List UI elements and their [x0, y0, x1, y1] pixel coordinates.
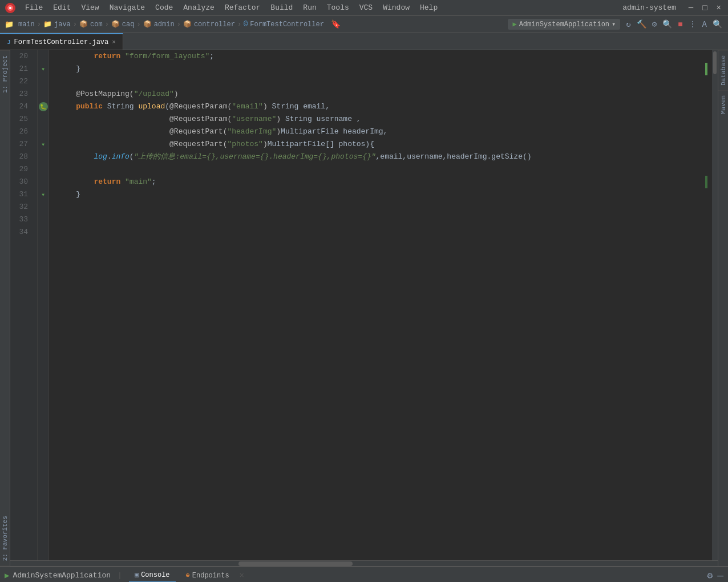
- breadcrumb-main[interactable]: main: [18, 21, 35, 29]
- console-tab[interactable]: ▣ Console: [129, 568, 176, 582]
- menu-edit[interactable]: Edit: [48, 2, 75, 14]
- line-num-26: 26: [10, 126, 33, 138]
- menu-file[interactable]: File: [21, 2, 47, 14]
- line-num-32: 32: [10, 201, 33, 213]
- app-logo: [5, 2, 16, 14]
- favorites-panel-tab[interactable]: 2: Favorites: [0, 511, 10, 566]
- code-line-20: return "form/form_layouts";: [58, 50, 705, 63]
- code-line-21: }: [58, 63, 705, 75]
- run-title: ▶ AdminSystemApplication: [5, 571, 111, 580]
- project-panel-tab[interactable]: 1: Project: [0, 50, 10, 98]
- more-icon[interactable]: ⋮: [687, 18, 698, 30]
- settings-button[interactable]: ⚙: [707, 570, 713, 581]
- fold-marker-31[interactable]: ▾: [41, 191, 45, 199]
- line-num-24: 24: [10, 100, 33, 113]
- menu-tools[interactable]: Tools: [322, 2, 354, 14]
- app-title: admin-system: [622, 3, 676, 12]
- change-indicator-green: [705, 176, 707, 188]
- project-panel-icon[interactable]: 📁: [5, 20, 14, 29]
- menu-vcs[interactable]: VCS: [355, 2, 377, 14]
- tab-form-test-controller[interactable]: J FormTestController.java ×: [0, 33, 123, 50]
- scrollbar-thumb[interactable]: [713, 51, 717, 74]
- code-line-34: [58, 226, 705, 239]
- breadcrumb-bar: 📁 main › 📁 java › 📦 com › 📦 caq › 📦 admi…: [0, 16, 728, 33]
- menu-analyze[interactable]: Analyze: [179, 2, 219, 14]
- fold-marker-27[interactable]: ▾: [41, 140, 45, 149]
- h-scrollbar-thumb[interactable]: [238, 561, 353, 566]
- line-num-30: 30: [10, 176, 33, 188]
- code-line-27: @RequestPart("photos")MultipartFile[] ph…: [58, 138, 705, 151]
- database-panel-tab[interactable]: Database: [718, 50, 728, 90]
- line-num-20: 20: [10, 50, 33, 63]
- line-num-33: 33: [10, 213, 33, 226]
- minimize-button[interactable]: ─: [686, 3, 695, 13]
- horizontal-scrollbar[interactable]: [10, 560, 718, 566]
- console-icon: ▣: [135, 571, 139, 579]
- debug-coverage-icon[interactable]: ⚙: [651, 18, 658, 30]
- change-indicator: [705, 63, 707, 75]
- breadcrumb-controller[interactable]: 📦 controller: [183, 20, 235, 29]
- editor-scrollbar[interactable]: [712, 50, 718, 560]
- code-line-26: @RequestPart("headerImg")MultipartFile h…: [58, 126, 705, 138]
- menu-view[interactable]: View: [76, 2, 103, 14]
- breadcrumb-class[interactable]: © FormTestController: [244, 21, 324, 29]
- refresh-icon[interactable]: ↻: [625, 18, 632, 30]
- line-numbers: 20 21 22 23 24 25 26 27 28 29 30 31 32 3…: [10, 50, 38, 560]
- stop-icon[interactable]: ■: [677, 19, 683, 30]
- package-icon2: 📦: [111, 20, 120, 29]
- menu-refactor[interactable]: Refactor: [220, 2, 265, 14]
- run-config-label[interactable]: ▶ AdminSystemApplication ▾: [508, 19, 620, 30]
- line-num-27: 27: [10, 138, 33, 151]
- package-icon: 📦: [79, 20, 88, 29]
- close-button[interactable]: ×: [714, 3, 723, 13]
- build-icon[interactable]: 🔨: [636, 18, 648, 30]
- code-line-28: log.info("上传的信息:email={},username={}.hea…: [58, 151, 705, 163]
- code-line-25: @RequestParam("username") String usernam…: [58, 113, 705, 126]
- menu-navigate[interactable]: Navigate: [105, 2, 149, 14]
- menu-help[interactable]: Help: [415, 2, 442, 14]
- breadcrumb-admin[interactable]: 📦 admin: [143, 20, 175, 29]
- minimize-panel-button[interactable]: —: [717, 570, 723, 581]
- code-content[interactable]: return "form/form_layouts"; } @PostMappi…: [49, 50, 705, 560]
- bottom-toolbar: ▶ AdminSystemApplication | ▣ Console ⊕ E…: [0, 567, 728, 582]
- svg-point-2: [9, 7, 11, 9]
- menu-window[interactable]: Window: [378, 2, 414, 14]
- line-num-34: 34: [10, 226, 33, 239]
- line-num-31: 31: [10, 188, 33, 201]
- code-line-23: @PostMapping("/upload"): [58, 88, 705, 100]
- bookmark-icon[interactable]: 🔖: [331, 19, 341, 29]
- code-editor: 20 21 22 23 24 25 26 27 28 29 30 31 32 3…: [10, 50, 718, 560]
- bottom-panel: ▶ AdminSystemApplication | ▣ Console ⊕ E…: [0, 566, 728, 582]
- tab-close-button[interactable]: ×: [112, 39, 116, 46]
- main-layout: 1: Project 2: Favorites 20 21 22 23 24 2…: [0, 50, 728, 566]
- breadcrumb-caq[interactable]: 📦 caq: [111, 20, 135, 29]
- breadcrumb-java[interactable]: 📁 java: [43, 20, 71, 29]
- package-icon3: 📦: [143, 20, 152, 29]
- breadcrumb-com[interactable]: 📦 com: [79, 20, 103, 29]
- run-config-icon: ▶: [512, 20, 516, 29]
- menu-code[interactable]: Code: [151, 2, 177, 14]
- tab-label: FormTestController.java: [14, 38, 109, 46]
- window-controls: ─ □ ×: [686, 3, 723, 13]
- search-icon[interactable]: 🔍: [711, 18, 723, 30]
- menu-build[interactable]: Build: [266, 2, 297, 14]
- maximize-button[interactable]: □: [700, 3, 709, 13]
- run-icon: ▶: [5, 571, 9, 580]
- profile-icon[interactable]: 🔍: [661, 18, 673, 30]
- left-sidebar: 1: Project 2: Favorites: [0, 50, 10, 566]
- console-tab-label: Console: [141, 571, 169, 579]
- endpoints-tab[interactable]: ⊕ Endpoints: [180, 569, 235, 582]
- fold-marker-21[interactable]: ▾: [41, 65, 45, 74]
- maven-panel-tab[interactable]: Maven: [718, 90, 728, 119]
- debug-marker-24[interactable]: 🐛: [39, 102, 48, 111]
- code-line-32: [58, 201, 705, 213]
- code-line-33: [58, 213, 705, 226]
- menu-bar: File Edit View Navigate Code Analyze Ref…: [0, 0, 728, 16]
- translate-icon[interactable]: A: [701, 19, 708, 30]
- run-app-label: AdminSystemApplication: [13, 571, 111, 580]
- tab-bar: J FormTestController.java ×: [0, 33, 728, 50]
- line-num-22: 22: [10, 75, 33, 88]
- code-line-29: [58, 163, 705, 176]
- menu-run[interactable]: Run: [298, 2, 321, 14]
- code-line-31: }: [58, 188, 705, 201]
